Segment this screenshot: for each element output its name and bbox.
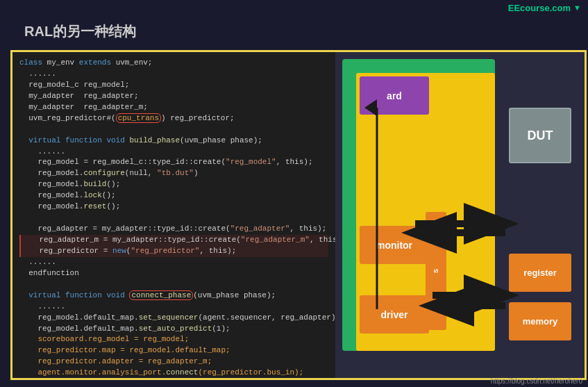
code-line: reg_model.default_map.set_sequencer(agen… bbox=[19, 313, 328, 324]
diagram-area: class my_env extends uvm_env; ...... reg… bbox=[10, 50, 587, 380]
code-line: reg_adapter = my_adapter::type_id::creat… bbox=[19, 224, 328, 235]
driver-box: driver bbox=[360, 295, 429, 334]
url-bar: https://blog.csdn.net/nerohero bbox=[485, 375, 588, 387]
code-line: reg_model.reset(); bbox=[19, 201, 328, 213]
monitor-box: monitor bbox=[360, 226, 429, 264]
main-container: RAL的另一种结构 class my_env extends uvm_env; … bbox=[0, 15, 588, 387]
code-line: scoreboard.reg_model = reg_model; bbox=[19, 334, 328, 345]
code-line: my_adapter reg_adapter_m; bbox=[19, 102, 328, 113]
code-line: agent.monitor.analysis_port.connect(reg_… bbox=[19, 368, 328, 378]
code-line bbox=[19, 279, 328, 290]
yellow-block: ard monitor driver S bbox=[356, 73, 495, 351]
site-name: EEcourse.com bbox=[508, 3, 571, 13]
code-line: reg_model.configure(null, "tb.dut") bbox=[19, 168, 328, 179]
code-line bbox=[19, 213, 328, 224]
register-box: register bbox=[509, 254, 571, 292]
code-line: reg_model_c reg_model; bbox=[19, 80, 328, 91]
green-block: ard monitor driver S bbox=[342, 59, 495, 351]
top-bar: EEcourse.com ▼ bbox=[449, 0, 588, 15]
code-line: reg_adapter_m = my_adapter::type_id::cre… bbox=[19, 235, 328, 246]
code-line: reg_model = reg_model_c::type_id::create… bbox=[19, 157, 328, 168]
code-line: ...... bbox=[19, 257, 328, 268]
dropdown-icon[interactable]: ▼ bbox=[573, 3, 581, 12]
code-panel: class my_env extends uvm_env; ...... reg… bbox=[12, 52, 335, 378]
code-line bbox=[19, 124, 328, 135]
code-line: virtual function void connect_phase(uvm_… bbox=[19, 290, 328, 302]
code-line: endfunction bbox=[19, 268, 328, 279]
code-line: virtual function void build_phase(uvm_ph… bbox=[19, 135, 328, 147]
code-line: reg_predictor = new("reg_predictor", thi… bbox=[19, 246, 328, 257]
code-line: reg_model.build(); bbox=[19, 179, 328, 190]
board-box: ard bbox=[360, 76, 429, 115]
code-line: my_adapter reg_adapter; bbox=[19, 91, 328, 102]
diagram-right: ard monitor driver S bbox=[335, 52, 588, 378]
sequencer-box: S bbox=[426, 212, 446, 330]
memory-box: memory bbox=[509, 302, 571, 340]
code-line: class my_env extends uvm_env; bbox=[19, 58, 328, 69]
code-line: ...... bbox=[19, 302, 328, 313]
dut-box: DUT bbox=[509, 108, 571, 163]
code-line: ...... bbox=[19, 147, 328, 158]
code-line: reg_model.default_map.set_auto_predict(1… bbox=[19, 324, 328, 335]
code-line: reg_predictor.adapter = reg_adapter_m; bbox=[19, 356, 328, 368]
code-line: ...... bbox=[19, 69, 328, 80]
code-line: reg_predictor.map = reg_model.default_ma… bbox=[19, 345, 328, 356]
page-title: RAL的另一种结构 bbox=[24, 22, 136, 41]
code-line: reg_model.lock(); bbox=[19, 190, 328, 201]
code-line: uvm_reg_predictor#(cpu_trans) reg_predic… bbox=[19, 113, 328, 124]
